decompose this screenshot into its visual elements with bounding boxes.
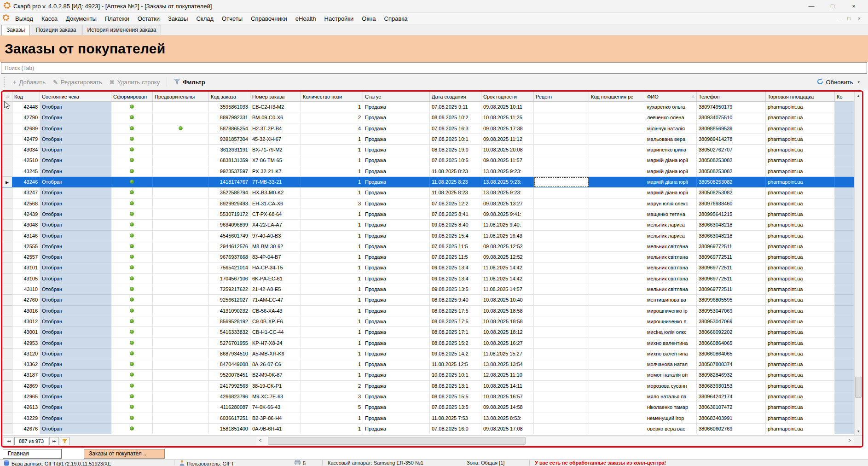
table-row[interactable]: 42689Отобран5878865254H2-3T-2P-B44Продаж… bbox=[2, 123, 854, 134]
column-header-expires[interactable]: Срок годности bbox=[481, 92, 534, 101]
window-tab-home[interactable]: Главная bbox=[3, 449, 62, 459]
table-row[interactable]: ▶43246Отобран14181747677T-MB-33-211Прода… bbox=[2, 177, 854, 187]
table-row[interactable]: 43247Отобран3522588794HX-B3-M0-K21Продаж… bbox=[2, 187, 854, 198]
table-row[interactable]: 43048Отобран9634096899X4-22-EA-A71Продаж… bbox=[2, 220, 854, 230]
menu-item-4[interactable]: Платежи bbox=[101, 14, 133, 23]
menu-item-5[interactable]: Остатки bbox=[133, 14, 164, 23]
cell-status: Продажа bbox=[363, 112, 430, 123]
window-tab-orders[interactable]: Заказы от покупател .. bbox=[84, 449, 165, 459]
menu-item-3[interactable]: Документы bbox=[62, 14, 101, 23]
table-row[interactable]: 42439Отобран5530719172CT-PX-68-641Продаж… bbox=[2, 209, 854, 220]
table-row[interactable]: 43105Отобран17045671066K-PA-EC-611Продаж… bbox=[2, 274, 854, 284]
column-header-state[interactable]: Состояние чека bbox=[40, 92, 111, 101]
table-row[interactable]: 42790Отобран8897992331BM-09-C0-X62Продаж… bbox=[2, 112, 854, 123]
column-header-order_no[interactable]: Номер заказа bbox=[250, 92, 301, 101]
table-row[interactable]: 43110Отобран725921762221-42-A8-E51Продаж… bbox=[2, 284, 854, 295]
close-button[interactable]: × bbox=[843, 3, 864, 10]
cell-formed bbox=[111, 166, 153, 177]
table-row[interactable]: 42555Отобран2944612576M8-BM-30-621Продаж… bbox=[2, 241, 854, 252]
table-row[interactable]: 42448Отобран3595861033EB-C2-H3-M21Продаж… bbox=[2, 102, 854, 112]
table-row[interactable]: 43012Отобран8569528192C9-0B-XP-E61Продаж… bbox=[2, 316, 854, 327]
table-row[interactable]: 43016Отобран4131090232CB-56-XA-431Продаж… bbox=[2, 306, 854, 316]
tab-1[interactable]: Заказы bbox=[1, 25, 30, 35]
table-row[interactable]: 43146Отобран454560174997-40-A0-B31Продаж… bbox=[2, 231, 854, 241]
database-icon bbox=[4, 460, 9, 466]
table-row[interactable]: 42676Отобран15818514000A-9B-6H-411Продаж… bbox=[2, 424, 854, 434]
horizontal-scrollbar[interactable]: < > bbox=[256, 437, 854, 445]
column-header-created[interactable]: Дата создания bbox=[430, 92, 481, 101]
search-input[interactable] bbox=[1, 62, 867, 74]
tab-2[interactable]: Позиции заказа bbox=[31, 25, 81, 35]
minimize-button[interactable]: — bbox=[801, 3, 822, 10]
vertical-scrollbar-thumb[interactable] bbox=[855, 377, 862, 398]
menu-item-11[interactable]: Настройки bbox=[320, 14, 358, 23]
mdi-close-button[interactable]: × bbox=[858, 16, 861, 21]
edit-button[interactable]: ✎ Редактировать bbox=[49, 77, 106, 87]
column-header-formed[interactable]: Сформирован bbox=[111, 92, 153, 101]
add-button[interactable]: + Добавить bbox=[9, 77, 49, 87]
table-row[interactable]: 42760Отобран925661202771-AM-EC-471Продаж… bbox=[2, 295, 854, 305]
menu-item-2[interactable]: Касса bbox=[37, 14, 62, 23]
tab-3[interactable]: История изменения заказа bbox=[82, 25, 162, 35]
column-header-phone[interactable]: Телефон bbox=[697, 92, 766, 101]
column-header-sel[interactable]: ≣ bbox=[2, 92, 12, 101]
scroll-up-icon[interactable]: ▴ bbox=[855, 92, 862, 99]
filter-button[interactable]: Фильтр bbox=[170, 77, 209, 87]
table-row[interactable]: 42613Отобран411628008774-0K-66-435Продаж… bbox=[2, 402, 854, 413]
table-row[interactable]: 43187Отобран9520078451B2-M9-0K-871Продаж… bbox=[2, 370, 854, 380]
cell-fio: мельник світлана bbox=[645, 262, 697, 273]
table-row[interactable]: 42965Отобран4266823796M9-XC-7E-633Продаж… bbox=[2, 391, 854, 402]
last-page-button[interactable]: ▶▶ bbox=[49, 437, 59, 445]
column-header-fio[interactable]: ФИО△ bbox=[645, 92, 697, 101]
column-header-qty[interactable]: Количество пози bbox=[301, 92, 363, 101]
mdi-minimize-button[interactable]: _ bbox=[837, 16, 840, 21]
menu-item-10[interactable]: eHealth bbox=[291, 14, 320, 23]
table-row[interactable]: 43229Отобран6036617251B2-3P-86-H41Продаж… bbox=[2, 413, 854, 424]
menu-item-1[interactable]: Выход bbox=[11, 14, 37, 23]
grid-filter-button[interactable] bbox=[60, 437, 69, 445]
vertical-scrollbar[interactable]: ▴ ▾ bbox=[854, 92, 862, 435]
cell-state: Отобран bbox=[40, 187, 111, 198]
menu-item-7[interactable]: Склад bbox=[192, 14, 218, 23]
column-header-order_code[interactable]: Код заказа bbox=[209, 92, 250, 101]
table-row[interactable]: 42568Отобран8929929493EH-31-CA-X63Продаж… bbox=[2, 198, 854, 209]
table-row[interactable]: 42953Отобран5276701955KP-H7-X8-241Продаж… bbox=[2, 338, 854, 349]
table-row[interactable]: 43101Отобран7565421014HA-CP-34-T51Продаж… bbox=[2, 262, 854, 273]
table-row[interactable]: 43245Отобран9923537597PX-32-21-K71Продаж… bbox=[2, 166, 854, 177]
table-row[interactable]: 42557Отобран967693766883-4P-04-B71Продаж… bbox=[2, 252, 854, 262]
table-row[interactable]: 43362Отобран84704490088A-26-07-C61Продаж… bbox=[2, 359, 854, 370]
database-label: База данных: GIFT@172.19.0.11:51923/ХЕ bbox=[12, 461, 111, 466]
cell-status: Продажа bbox=[363, 241, 430, 252]
scroll-right-icon[interactable]: > bbox=[846, 437, 854, 445]
first-page-button[interactable]: ◀◀ bbox=[4, 437, 13, 445]
cell-expires: 13.08.2025 9:23: bbox=[481, 177, 534, 187]
menu-item-6[interactable]: Заказы bbox=[164, 14, 192, 23]
menu-item-9[interactable]: Справочники bbox=[247, 14, 291, 23]
delete-row-button[interactable]: ✖ Удалить строку bbox=[106, 77, 163, 87]
mdi-restore-button[interactable]: □ bbox=[847, 16, 851, 21]
column-header-ko[interactable]: Ко bbox=[835, 92, 854, 101]
table-row[interactable]: 42510Отобран6838131359X7-86-TM-651Продаж… bbox=[2, 155, 854, 166]
column-header-status[interactable]: Статус bbox=[363, 92, 430, 101]
table-row[interactable]: 43001Отобран5416333832CB-H1-CC-441Продаж… bbox=[2, 327, 854, 338]
column-header-code[interactable]: Код bbox=[12, 92, 40, 101]
column-header-recipe[interactable]: Рецепт bbox=[534, 92, 589, 101]
column-header-redeem[interactable]: Код погашения ре bbox=[589, 92, 645, 101]
refresh-button[interactable]: Обновить ▾ bbox=[817, 78, 865, 86]
column-header-prelim[interactable]: Предварительны bbox=[153, 92, 209, 101]
menu-item-13[interactable]: Справка bbox=[380, 14, 412, 23]
scroll-down-icon[interactable]: ▾ bbox=[855, 427, 862, 435]
menu-item-12[interactable]: Окна bbox=[358, 14, 380, 23]
table-row[interactable]: 43034Отобран3613931191BX-71-79-M21Продаж… bbox=[2, 145, 854, 155]
horizontal-scrollbar-track[interactable] bbox=[264, 437, 846, 445]
table-row[interactable]: 42479Отобран939185730445-32-XH-671Продаж… bbox=[2, 134, 854, 145]
menu-item-8[interactable]: Отчеты bbox=[218, 14, 247, 23]
cell-formed bbox=[111, 424, 153, 434]
scroll-left-icon[interactable]: < bbox=[256, 437, 264, 445]
horizontal-scrollbar-thumb[interactable] bbox=[268, 437, 526, 445]
column-header-platform[interactable]: Торговая площадка bbox=[766, 92, 835, 101]
table-row[interactable]: 43120Отобран8687934510A5-MB-XH-K61Продаж… bbox=[2, 349, 854, 359]
table-row[interactable]: 42869Отобран241799256338-19-CK-P12Продаж… bbox=[2, 381, 854, 391]
chevron-down-icon[interactable]: ▾ bbox=[857, 80, 860, 84]
maximize-button[interactable]: □ bbox=[822, 3, 843, 10]
